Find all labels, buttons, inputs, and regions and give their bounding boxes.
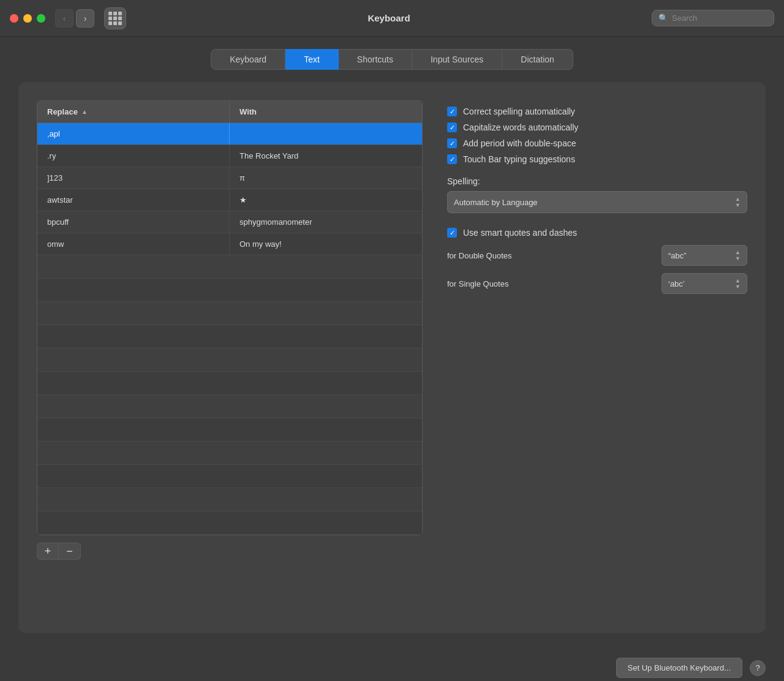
with-cell	[230, 123, 422, 145]
spelling-label: Spelling:	[447, 176, 747, 186]
touch-bar-label: Touch Bar typing suggestions	[463, 154, 575, 164]
with-cell: π	[230, 167, 422, 189]
spelling-dropdown[interactable]: Automatic by Language ▲▼	[447, 191, 747, 213]
chevron-updown-icon: ▲▼	[735, 196, 741, 208]
smart-quotes-section: ✓ Use smart quotes and dashes for Double…	[447, 228, 747, 294]
col-replace-header: Replace ▲	[37, 101, 230, 122]
tab-bar: Keyboard Text Shortcuts Input Sources Di…	[18, 49, 766, 70]
traffic-lights	[10, 14, 45, 23]
table-action-buttons: + −	[37, 543, 423, 560]
add-period-row: ✓ Add period with double-space	[447, 138, 747, 148]
tab-keyboard[interactable]: Keyboard	[211, 49, 285, 70]
with-cell: ★	[230, 189, 422, 211]
grid-icon	[108, 12, 122, 25]
correct-spelling-label: Correct spelling automatically	[463, 107, 575, 116]
nav-buttons: ‹ ›	[55, 9, 94, 28]
double-quotes-label: for Double Quotes	[447, 251, 512, 260]
titlebar: ‹ › Keyboard 🔍	[0, 0, 784, 37]
replace-cell: omw	[37, 233, 230, 255]
back-button[interactable]: ‹	[55, 9, 74, 28]
tab-dictation[interactable]: Dictation	[502, 49, 573, 70]
remove-row-button[interactable]: −	[59, 543, 81, 560]
empty-rows	[37, 255, 422, 535]
capitalize-words-label: Capitalize words automatically	[463, 122, 578, 132]
sort-arrow: ▲	[81, 108, 88, 115]
table-row[interactable]: .ry The Rocket Yard	[37, 145, 422, 167]
double-quotes-row: for Double Quotes “abc” ▲▼	[447, 245, 747, 266]
smart-quotes-label: Use smart quotes and dashes	[463, 228, 577, 238]
close-button[interactable]	[10, 14, 18, 23]
table-row[interactable]: bpcuff sphygmomanometer	[37, 211, 422, 233]
add-period-checkbox[interactable]: ✓	[447, 138, 457, 148]
with-cell: The Rocket Yard	[230, 145, 422, 167]
window-title: Keyboard	[131, 13, 647, 23]
panel-inner: Replace ▲ With ,apl	[37, 100, 747, 560]
correct-spelling-checkbox[interactable]: ✓	[447, 107, 457, 116]
double-quotes-value: “abc”	[668, 251, 687, 260]
settings-panel: Replace ▲ With ,apl	[18, 82, 766, 633]
add-row-button[interactable]: +	[37, 543, 59, 560]
search-icon: 🔍	[658, 13, 668, 23]
table-row[interactable]: omw On my way!	[37, 233, 422, 255]
options-panel: ✓ Correct spelling automatically ✓ Capit…	[447, 100, 747, 560]
table-row[interactable]: ]123 π	[37, 167, 422, 189]
chevron-updown-icon: ▲▼	[735, 249, 741, 261]
single-quotes-dropdown[interactable]: ‘abc’ ▲▼	[662, 273, 747, 294]
with-cell: On my way!	[230, 233, 422, 255]
replacement-table: Replace ▲ With ,apl	[37, 100, 423, 535]
search-bar[interactable]: 🔍	[652, 10, 774, 26]
table-body: ,apl .ry The Rocket Yard ]123 π	[37, 123, 422, 535]
table-row[interactable]: ,apl	[37, 123, 422, 145]
bottom-bar: Set Up Bluetooth Keyboard... ?	[0, 645, 784, 681]
col-with-header: With	[230, 101, 422, 122]
tab-input-sources[interactable]: Input Sources	[412, 49, 502, 70]
with-cell: sphygmomanometer	[230, 211, 422, 233]
table-header: Replace ▲ With	[37, 101, 422, 123]
single-quotes-label: for Single Quotes	[447, 279, 508, 288]
touch-bar-row: ✓ Touch Bar typing suggestions	[447, 154, 747, 164]
tab-text[interactable]: Text	[285, 49, 339, 70]
smart-quotes-row: ✓ Use smart quotes and dashes	[447, 228, 747, 238]
replace-cell: ]123	[37, 167, 230, 189]
add-period-label: Add period with double-space	[463, 138, 576, 148]
chevron-updown-icon: ▲▼	[735, 277, 741, 290]
maximize-button[interactable]	[37, 14, 45, 23]
minimize-button[interactable]	[23, 14, 32, 23]
replace-cell: .ry	[37, 145, 230, 167]
correct-spelling-row: ✓ Correct spelling automatically	[447, 107, 747, 116]
replace-cell: ,apl	[37, 123, 230, 145]
main-content: Keyboard Text Shortcuts Input Sources Di…	[0, 37, 784, 645]
capitalize-words-checkbox[interactable]: ✓	[447, 122, 457, 132]
help-button[interactable]: ?	[750, 660, 766, 676]
double-quotes-dropdown[interactable]: “abc” ▲▼	[662, 245, 747, 266]
replace-cell: awtstar	[37, 189, 230, 211]
tab-shortcuts[interactable]: Shortcuts	[339, 49, 412, 70]
capitalize-words-row: ✓ Capitalize words automatically	[447, 122, 747, 132]
spelling-dropdown-value: Automatic by Language	[454, 198, 538, 207]
grid-button[interactable]	[104, 7, 126, 29]
search-input[interactable]	[672, 13, 770, 23]
setup-bluetooth-button[interactable]: Set Up Bluetooth Keyboard...	[616, 658, 742, 678]
smart-quotes-checkbox[interactable]: ✓	[447, 228, 457, 238]
single-quotes-value: ‘abc’	[668, 279, 685, 288]
text-replacement-section: Replace ▲ With ,apl	[37, 100, 423, 560]
table-row[interactable]: awtstar ★	[37, 189, 422, 211]
forward-button[interactable]: ›	[76, 9, 94, 28]
replace-cell: bpcuff	[37, 211, 230, 233]
touch-bar-checkbox[interactable]: ✓	[447, 154, 457, 164]
single-quotes-row: for Single Quotes ‘abc’ ▲▼	[447, 273, 747, 294]
